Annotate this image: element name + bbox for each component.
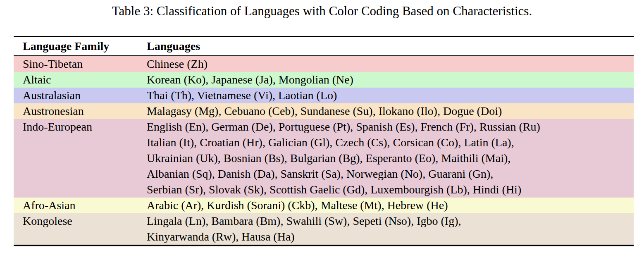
family-cell: Afro-Asian — [14, 198, 147, 213]
languages-line: Ukrainian (Uk), Bosnian (Bs), Bulgarian … — [147, 150, 634, 166]
table-row-sino-tibetan: Sino-Tibetan Chinese (Zh) — [14, 56, 634, 72]
table-row-austronesian: Austronesian Malagasy (Mg), Cebuano (Ceb… — [14, 103, 634, 119]
languages-line: Thai (Th), Vietnamese (Vi), Laotian (Lo) — [147, 88, 634, 103]
languages-line: Albanian (Sq), Danish (Da), Sanskrit (Sa… — [147, 166, 634, 182]
languages-cell: Chinese (Zh) — [147, 56, 634, 72]
languages-line: Kinyarwanda (Rw), Hausa (Ha) — [147, 229, 634, 245]
family-cell: Australasian — [14, 88, 147, 103]
languages-line: Arabic (Ar), Kurdish (Sorani) (Ckb), Mal… — [147, 198, 634, 213]
languages-cell: Malagasy (Mg), Cebuano (Ceb), Sundanese … — [147, 103, 634, 119]
family-cell: Indo-European — [14, 119, 147, 198]
table-header-row: Language Family Languages — [14, 37, 634, 56]
column-header-language-family: Language Family — [14, 38, 147, 54]
table-row-afro-asian: Afro-Asian Arabic (Ar), Kurdish (Sorani)… — [14, 198, 634, 213]
languages-cell: Thai (Th), Vietnamese (Vi), Laotian (Lo) — [147, 88, 634, 103]
column-header-languages: Languages — [147, 38, 634, 54]
languages-line: English (En), German (De), Portuguese (P… — [147, 119, 634, 135]
family-cell: Austronesian — [14, 103, 147, 119]
languages-cell: English (En), German (De), Portuguese (P… — [147, 119, 634, 198]
table-row-australasian: Australasian Thai (Th), Vietnamese (Vi),… — [14, 88, 634, 103]
table-row-kongolese: Kongolese Lingala (Ln), Bambara (Bm), Sw… — [14, 213, 634, 245]
languages-line: Serbian (Sr), Slovak (Sk), Scottish Gael… — [147, 182, 634, 198]
languages-line: Lingala (Ln), Bambara (Bm), Swahili (Sw)… — [147, 213, 634, 229]
languages-cell: Lingala (Ln), Bambara (Bm), Swahili (Sw)… — [147, 213, 634, 245]
languages-line: Malagasy (Mg), Cebuano (Ceb), Sundanese … — [147, 103, 634, 119]
family-cell: Kongolese — [14, 213, 147, 245]
family-cell: Altaic — [14, 72, 147, 88]
table-row-indo-european: Indo-European English (En), German (De),… — [14, 119, 634, 198]
languages-line: Korean (Ko), Japanese (Ja), Mongolian (N… — [147, 72, 634, 88]
family-cell: Sino-Tibetan — [14, 56, 147, 72]
table-row-altaic: Altaic Korean (Ko), Japanese (Ja), Mongo… — [14, 72, 634, 88]
languages-line: Chinese (Zh) — [147, 56, 634, 72]
language-classification-table: Language Family Languages Sino-Tibetan C… — [14, 36, 634, 246]
languages-cell: Korean (Ko), Japanese (Ja), Mongolian (N… — [147, 72, 634, 88]
languages-cell: Arabic (Ar), Kurdish (Sorani) (Ckb), Mal… — [147, 198, 634, 213]
table-caption: Table 3: Classification of Languages wit… — [0, 2, 644, 20]
languages-line: Italian (It), Croatian (Hr), Galician (G… — [147, 135, 634, 150]
